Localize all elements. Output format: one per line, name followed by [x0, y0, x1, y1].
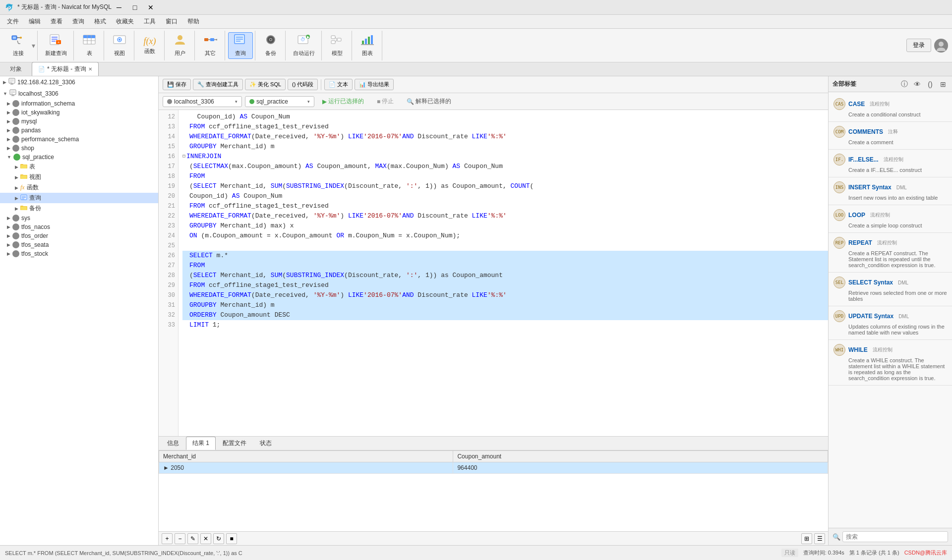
snippet-item-insert-syntax[interactable]: INSINSERT SyntaxDMLInsert new rows into … [829, 177, 952, 205]
table-row[interactable]: ► 2050 964400 [159, 462, 828, 474]
autorun-button[interactable]: ⏱▶ 自动运行 [289, 32, 319, 59]
menu-item-查询[interactable]: 查询 [67, 15, 89, 28]
chart-button[interactable]: 图表 [355, 32, 380, 59]
snippet-item-case[interactable]: CASCASE流程控制Create a conditional construc… [829, 94, 952, 122]
edit-row-button[interactable]: ✎ [187, 533, 198, 544]
snippet-item-while[interactable]: WHIWHILE流程控制Create a WHILE construct. Th… [829, 340, 952, 386]
svg-rect-46 [9, 78, 15, 83]
query-tool-label: 查询创建工具 [206, 81, 238, 88]
snippet-item-select-syntax[interactable]: SELSELECT SyntaxDMLRetrieve rows selecte… [829, 273, 952, 306]
sidebar-db-performance-schema[interactable]: ▶ performance_schema [0, 135, 158, 144]
menu-item-帮助[interactable]: 帮助 [182, 15, 204, 28]
svg-rect-35 [331, 36, 335, 39]
user-button[interactable]: 用户 [168, 32, 192, 59]
db-icon-gray [12, 232, 19, 239]
menu-item-编辑[interactable]: 编辑 [24, 15, 46, 28]
info-icon[interactable]: ⓘ [899, 79, 909, 89]
function-button[interactable]: f(x) 函数 [137, 32, 162, 59]
menu-item-文件[interactable]: 文件 [2, 15, 24, 28]
sidebar-db-mysql[interactable]: ▶ mysql [0, 117, 158, 126]
tab-object[interactable]: 对象 [4, 62, 28, 76]
connect-dropdown-arrow[interactable]: ▾ [32, 42, 35, 50]
sidebar-db-tfos-seata[interactable]: ▶ tfos_seata [0, 240, 158, 249]
menu-item-格式[interactable]: 格式 [89, 15, 111, 28]
new-query-button[interactable]: + 新建查询 [41, 32, 71, 59]
cancel-edit-button[interactable]: ✕ [200, 533, 211, 544]
view-icon [113, 34, 126, 49]
snippet-item-loop[interactable]: LOOLOOP流程控制Create a simple loop construc… [829, 205, 952, 233]
close-button[interactable]: ✕ [143, 2, 158, 13]
tab-query[interactable]: 📄 * 无标题 - 查询 ✕ [32, 62, 99, 76]
sidebar-sub-view[interactable]: ▶ 视图 [0, 172, 158, 182]
parentheses-icon[interactable]: () [925, 79, 935, 89]
add-row-button[interactable]: + [162, 533, 173, 544]
code-block-button[interactable]: () 代码段 [288, 79, 318, 90]
other-button[interactable]: 其它 [198, 32, 223, 59]
sidebar-db-iot[interactable]: ▶ iot_skywalking [0, 108, 158, 117]
snippet-item-if...else...[interactable]: IF.IF...ELSE...流程控制Create a IF...ELSE...… [829, 150, 952, 177]
snippet-item-repeat[interactable]: REPREPEAT流程控制Create a REPEAT construct. … [829, 233, 952, 273]
snippet-item-comments[interactable]: COMCOMMENTS注释Create a comment [829, 122, 952, 150]
tab-result-1[interactable]: 结果 1 [186, 437, 216, 450]
menu-item-查看[interactable]: 查看 [46, 15, 67, 28]
save-button[interactable]: 💾 保存 [163, 79, 191, 90]
tab-status[interactable]: 状态 [253, 437, 278, 450]
sidebar-db-sys[interactable]: ▶ sys [0, 214, 158, 223]
db-icon-gray [12, 118, 19, 125]
tab-close-button[interactable]: ✕ [88, 66, 92, 72]
sidebar-sub-query[interactable]: ▶ 查询 [0, 193, 158, 203]
sidebar-sub-table[interactable]: ▶ 表 [0, 162, 158, 172]
sidebar-db-sql-practice[interactable]: ▼ sql_practice [0, 153, 158, 162]
db-name: sys [21, 215, 30, 222]
menu-item-收藏夹[interactable]: 收藏夹 [111, 15, 139, 28]
code-line-21: FROM ccf_offline_stage1_test_revised [182, 201, 828, 211]
stop-results-button[interactable]: ■ [226, 533, 237, 544]
model-button[interactable]: 模型 [325, 32, 350, 59]
stop-icon: ■ [377, 98, 380, 105]
refresh-button[interactable]: ↻ [213, 533, 224, 544]
sidebar-db-shop[interactable]: ▶ shop [0, 144, 158, 153]
text-button[interactable]: 📄 文本 [324, 79, 353, 90]
sidebar-db-tfos-nacos[interactable]: ▶ tfos_nacos [0, 223, 158, 231]
connection-selector[interactable]: localhost_3306 ▾ [163, 96, 242, 107]
view-button[interactable]: 视图 [107, 32, 132, 59]
stop-button[interactable]: ■ 停止 [372, 96, 399, 107]
fold-icon[interactable]: ⊟ [182, 152, 185, 162]
menu-item-窗口[interactable]: 窗口 [161, 15, 182, 28]
sidebar-db-information-schema[interactable]: ▶ information_schema [0, 99, 158, 108]
sidebar-sub-backup[interactable]: ▶ 备份 [0, 203, 158, 214]
beautify-button[interactable]: ✨ 美化 SQL [245, 79, 286, 90]
run-selected-button[interactable]: ▶ 运行已选择的 [317, 96, 369, 107]
right-panel-header: 全部标签 ⓘ 👁 () ⊞ [829, 76, 952, 92]
delete-row-button[interactable]: − [175, 533, 185, 544]
tab-profile[interactable]: 配置文件 [216, 437, 253, 450]
tab-info[interactable]: 信息 [161, 437, 185, 450]
table-button[interactable]: 表 [77, 32, 102, 59]
snippet-item-update-syntax[interactable]: UPDUPDATE SyntaxDMLUpdates columns of ex… [829, 306, 952, 340]
sidebar-db-pandas[interactable]: ▶ pandas [0, 126, 158, 135]
code-content[interactable]: Coupon_id) AS Coupon_NumFROM ccf_offline… [178, 110, 828, 436]
backup-button[interactable]: 备份 [258, 32, 283, 59]
login-button[interactable]: 登录 [906, 39, 931, 52]
query-tool-button[interactable]: 🔧 查询创建工具 [193, 79, 243, 90]
menu-item-工具[interactable]: 工具 [139, 15, 161, 28]
query-button[interactable]: 查询 [228, 32, 253, 59]
export-button[interactable]: 📊 导出结果 [355, 79, 394, 90]
form-view-button[interactable]: ☰ [814, 533, 825, 544]
sidebar-db-tfos-stock[interactable]: ▶ tfos_stock [0, 249, 158, 258]
grid-icon[interactable]: ⊞ [938, 79, 948, 89]
results-table: Merchant_id Coupon_amount ► 2050 964400 [159, 450, 828, 474]
minimize-button[interactable]: ─ [112, 2, 126, 13]
eye-icon[interactable]: 👁 [912, 79, 922, 89]
sidebar-connection-2[interactable]: ▼ localhost_3306 [0, 88, 158, 99]
maximize-button[interactable]: □ [127, 2, 142, 13]
connect-button[interactable]: 连接 [6, 32, 31, 59]
sidebar-db-tfos-order[interactable]: ▶ tfos_order [0, 231, 158, 240]
sidebar-sub-func[interactable]: ▶ fx 函数 [0, 182, 158, 193]
database-selector[interactable]: sql_practice ▾ [245, 96, 314, 107]
code-editor[interactable]: 1213141516171819202122232425262728293031… [159, 110, 828, 436]
sidebar-connection-1[interactable]: ▶ 192.168.42.128_3306 [0, 76, 158, 88]
explain-button[interactable]: 🔍 解释已选择的 [402, 96, 456, 107]
grid-view-button[interactable]: ⊞ [801, 533, 812, 544]
snippet-search-input[interactable] [842, 531, 948, 542]
